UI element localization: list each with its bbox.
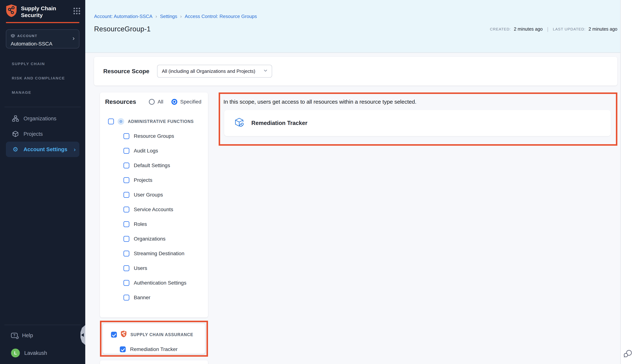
chevron-right-icon: › — [73, 35, 75, 41]
brand: Supply Chain Security — [0, 0, 85, 19]
breadcrumb-account-link[interactable]: Account: Automation-SSCA — [94, 14, 152, 19]
user-menu[interactable]: L Lavakush — [0, 346, 85, 360]
chevron-separator-icon: › — [155, 14, 157, 19]
resource-name: Remediation Tracker — [251, 120, 307, 126]
page-header: Account: Automation-SSCA › Settings › Ac… — [85, 0, 620, 53]
page-title: ResourceGroup-1 — [94, 25, 151, 33]
account-label: ACCOUNT — [17, 34, 38, 38]
chevron-down-icon — [263, 68, 268, 75]
page-body: Resource Scope All (including all Organi… — [85, 53, 620, 364]
resource-scope-label: Resource Scope — [103, 68, 149, 75]
created-value: 2 minutes ago — [514, 26, 543, 32]
radio-all[interactable]: All — [149, 99, 163, 105]
help-chat-icon: ? — [11, 333, 18, 338]
checkbox-unchecked-icon[interactable] — [123, 162, 129, 168]
meta-divider: | — [547, 26, 548, 32]
brand-accent-rule — [6, 22, 79, 23]
resources-column: Resources All Specified — [100, 92, 208, 364]
radio-specified[interactable]: Specified — [171, 99, 201, 105]
section-row-supply-chain-assurance[interactable]: SUPPLY CHAIN ASSURANCE — [108, 327, 201, 342]
radio-selected-icon[interactable] — [171, 99, 177, 105]
resource-scope-value: All (including all Organizations and Pro… — [162, 68, 263, 74]
checkbox-unchecked-icon[interactable] — [123, 236, 129, 242]
checkbox-unchecked-icon[interactable] — [123, 295, 129, 300]
layers-icon — [11, 33, 15, 40]
app-root: Supply Chain Security ACCOUNT Automation… — [0, 0, 635, 364]
resource-scope-card: Resource Scope All (including all Organi… — [94, 57, 617, 86]
nav-label: Projects — [24, 131, 43, 137]
resource-row-audit-logs[interactable]: Audit Logs — [105, 144, 203, 158]
app-switcher-icon[interactable] — [74, 8, 80, 14]
checkbox-unchecked-icon[interactable] — [123, 177, 129, 183]
chevron-separator-icon: › — [180, 14, 182, 19]
sidebar-group-manage[interactable]: MANAGE — [0, 90, 85, 95]
checkbox-unchecked-icon[interactable] — [108, 118, 114, 124]
help-button[interactable]: ? Help — [0, 328, 85, 343]
brand-title: Supply Chain Security — [21, 4, 56, 18]
sidebar-item-organizations[interactable]: Organizations — [6, 111, 79, 126]
radio-unselected-icon[interactable] — [149, 99, 155, 105]
breadcrumb: Account: Automation-SSCA › Settings › Ac… — [94, 0, 617, 19]
meta-timestamps: CREATED: 2 minutes ago | LAST UPDATED: 2… — [490, 26, 617, 32]
right-gutter — [620, 0, 635, 364]
resource-row-default-settings[interactable]: Default Settings — [105, 158, 203, 173]
checkbox-checked-icon[interactable] — [111, 332, 117, 338]
resource-scope-select[interactable]: All (including all Organizations and Pro… — [157, 65, 272, 78]
resource-row-remediation-tracker[interactable]: Remediation Tracker — [108, 342, 201, 357]
account-selector[interactable]: ACCOUNT Automation-SSCA › — [6, 29, 79, 48]
sidebar-divider — [5, 107, 81, 107]
annotation-box-supply-chain-assurance: SUPPLY CHAIN ASSURANCE Remediation Track… — [100, 321, 208, 357]
updated-label: LAST UPDATED: — [553, 27, 586, 31]
resource-row-roles[interactable]: Roles — [105, 217, 203, 232]
checkbox-checked-icon[interactable] — [120, 346, 126, 352]
resource-row-user-groups[interactable]: User Groups — [105, 188, 203, 202]
sca-shield-icon — [121, 330, 127, 339]
checkbox-unchecked-icon[interactable] — [123, 280, 129, 286]
next-section-card-partial — [100, 360, 208, 364]
scope-note-text: In this scope, users get access to all r… — [222, 99, 611, 105]
sidebar-divider — [5, 325, 81, 325]
resource-row-authentication-settings[interactable]: Authentication Settings — [105, 276, 203, 290]
resources-card: Resources All Specified — [100, 92, 208, 318]
checkbox-unchecked-icon[interactable] — [123, 148, 129, 154]
breadcrumb-settings-link[interactable]: Settings — [160, 14, 177, 19]
brand-shield-logo-icon — [6, 4, 17, 19]
avatar: L — [11, 348, 20, 358]
resources-list: ⚙ ADMINISTRATIVE FUNCTIONS Resource Grou… — [105, 114, 203, 305]
resource-row-service-accounts[interactable]: Service Accounts — [105, 202, 203, 217]
resource-row-resource-groups[interactable]: Resource Groups — [105, 129, 203, 144]
section-row-administrative-functions[interactable]: ⚙ ADMINISTRATIVE FUNCTIONS — [105, 114, 203, 129]
checkbox-unchecked-icon[interactable] — [123, 221, 129, 227]
help-label: Help — [22, 332, 33, 338]
sidebar: Supply Chain Security ACCOUNT Automation… — [0, 0, 85, 364]
nav-label: Organizations — [24, 116, 56, 122]
sidebar-groups: SUPPLY CHAIN RISK AND COMPLIANCE MANAGE — [0, 62, 85, 104]
resource-row-projects[interactable]: Projects — [105, 173, 203, 188]
chat-widget-icon[interactable] — [623, 349, 633, 360]
resource-row-users[interactable]: Users — [105, 261, 203, 276]
annotation-box-scope-note: In this scope, users get access to all r… — [219, 92, 617, 146]
main-content: Account: Automation-SSCA › Settings › Ac… — [85, 0, 620, 364]
created-label: CREATED: — [490, 27, 511, 31]
chevron-right-icon: › — [74, 146, 76, 153]
gear-icon: ⚙ — [12, 146, 19, 152]
updated-value: 2 minutes ago — [588, 26, 617, 32]
admin-functions-gear-icon: ⚙ — [118, 118, 124, 125]
checkbox-unchecked-icon[interactable] — [123, 133, 129, 139]
breadcrumb-resource-groups-link[interactable]: Access Control: Resource Groups — [185, 14, 257, 19]
resource-row-banner[interactable]: Banner — [105, 290, 203, 305]
resource-row-organizations[interactable]: Organizations — [105, 232, 203, 246]
checkbox-unchecked-icon[interactable] — [123, 192, 129, 198]
sidebar-item-account-settings[interactable]: ⚙ Account Settings › — [6, 142, 79, 157]
selected-resource-row[interactable]: Remediation Tracker — [224, 110, 611, 136]
checkbox-unchecked-icon[interactable] — [123, 265, 129, 271]
nav-label: Account Settings — [24, 146, 67, 152]
checkbox-unchecked-icon[interactable] — [123, 250, 129, 256]
sidebar-group-risk-and-compliance[interactable]: RISK AND COMPLIANCE — [0, 76, 85, 80]
sidebar-item-projects[interactable]: Projects — [6, 126, 79, 142]
checkbox-unchecked-icon[interactable] — [123, 206, 129, 212]
resource-row-streaming-destination[interactable]: Streaming Destination — [105, 246, 203, 261]
sidebar-group-supply-chain[interactable]: SUPPLY CHAIN — [0, 62, 85, 66]
supply-chain-assurance-card: SUPPLY CHAIN ASSURANCE Remediation Track… — [103, 324, 205, 354]
cube-icon — [12, 131, 19, 137]
